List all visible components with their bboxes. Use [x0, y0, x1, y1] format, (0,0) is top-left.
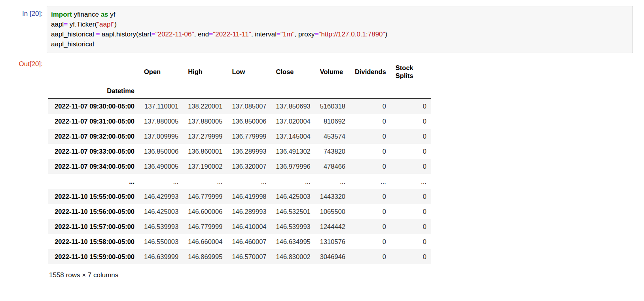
- data-cell: ...: [315, 174, 350, 189]
- data-cell: 1310576: [315, 234, 350, 249]
- data-cell: 0: [391, 114, 431, 129]
- code-operator: =: [209, 30, 213, 38]
- code-operator: =: [315, 30, 319, 38]
- data-cell: 1244442: [315, 219, 350, 234]
- data-cell: 0: [350, 219, 391, 234]
- notebook-page: In [20]: import yfinance as yfaapl= yf.T…: [0, 0, 644, 301]
- data-cell: 0: [350, 249, 391, 264]
- table-row: 2022-11-07 09:32:00-05:00137.009995137.2…: [48, 129, 431, 144]
- row-index-cell: 2022-11-10 15:59:00-05:00: [48, 249, 139, 264]
- data-cell: 137.085007: [227, 99, 271, 114]
- blank-header-cell: [183, 83, 227, 99]
- column-header-volume: Volume: [315, 60, 350, 83]
- data-cell: 136.850006: [139, 144, 183, 159]
- data-cell: 146.550003: [139, 234, 183, 249]
- data-cell: 136.490005: [139, 159, 183, 174]
- output-area: OpenHighLowCloseVolumeDividendsStock Spl…: [47, 59, 644, 279]
- code-string: "aapl": [97, 21, 114, 28]
- row-index-cell: 2022-11-10 15:55:00-05:00: [48, 189, 139, 204]
- code-line: aapl_historical: [51, 39, 630, 49]
- dataframe-header: OpenHighLowCloseVolumeDividendsStock Spl…: [48, 60, 431, 99]
- corner-cell: [48, 60, 139, 83]
- code-cell: In [20]: import yfinance as yfaapl= yf.T…: [0, 6, 644, 53]
- data-cell: 0: [391, 234, 431, 249]
- code-text: , end: [194, 30, 209, 38]
- code-operator: =: [64, 21, 68, 28]
- data-cell: 146.869995: [183, 249, 227, 264]
- row-index-cell: 2022-11-07 09:34:00-05:00: [48, 159, 139, 174]
- data-cell: 146.410004: [227, 219, 271, 234]
- code-line: import yfinance as yf: [51, 10, 630, 19]
- code-string: "1m": [280, 30, 295, 38]
- code-text: ): [114, 21, 117, 28]
- data-cell: 137.880005: [183, 114, 227, 129]
- data-cell: 146.634995: [271, 234, 315, 249]
- data-cell: 0: [391, 189, 431, 204]
- data-cell: 5160318: [315, 99, 350, 114]
- table-row: 2022-11-10 15:59:00-05:00146.639999146.8…: [48, 249, 431, 264]
- table-row: 2022-11-10 15:58:00-05:00146.550003146.6…: [48, 234, 431, 249]
- ellipsis-row: ........................: [48, 174, 431, 189]
- data-cell: 137.850693: [271, 99, 315, 114]
- data-cell: 137.190002: [183, 159, 227, 174]
- data-cell: 146.570007: [227, 249, 271, 264]
- data-cell: ...: [350, 174, 391, 189]
- blank-header-cell: [139, 83, 183, 99]
- table-row: 2022-11-07 09:30:00-05:00137.110001138.2…: [48, 99, 431, 114]
- data-cell: 146.830002: [271, 249, 315, 264]
- blank-header-cell: [315, 83, 350, 99]
- data-cell: 146.419998: [227, 189, 271, 204]
- code-editor[interactable]: import yfinance as yfaapl= yf.Ticker("aa…: [47, 6, 633, 53]
- row-index-cell: 2022-11-07 09:30:00-05:00: [48, 99, 139, 114]
- column-header-high: High: [183, 60, 227, 83]
- row-index-cell: 2022-11-10 15:57:00-05:00: [48, 219, 139, 234]
- data-cell: 0: [391, 204, 431, 219]
- input-prompt: In [20]:: [0, 6, 47, 18]
- data-cell: 136.779999: [227, 129, 271, 144]
- data-cell: 137.880005: [139, 114, 183, 129]
- code-operator: =: [277, 30, 280, 38]
- data-cell: 0: [391, 249, 431, 264]
- column-header-low: Low: [227, 60, 271, 83]
- data-cell: 1443320: [315, 189, 350, 204]
- row-index-cell: 2022-11-07 09:32:00-05:00: [48, 129, 139, 144]
- data-cell: 137.279999: [183, 129, 227, 144]
- column-header-dividends: Dividends: [350, 60, 391, 83]
- data-cell: 136.491302: [271, 144, 315, 159]
- data-cell: 137.020004: [271, 114, 315, 129]
- data-cell: ...: [391, 174, 431, 189]
- code-keyword: as: [101, 11, 108, 18]
- data-cell: 146.779999: [183, 189, 227, 204]
- table-row: 2022-11-07 09:31:00-05:00137.880005137.8…: [48, 114, 431, 129]
- data-cell: 0: [391, 159, 431, 174]
- code-line: aapl= yf.Ticker("aapl"): [51, 19, 630, 29]
- data-cell: 0: [391, 129, 431, 144]
- code-text: yf: [108, 11, 116, 18]
- data-cell: 146.539993: [139, 219, 183, 234]
- table-row: 2022-11-10 15:57:00-05:00146.539993146.7…: [48, 219, 431, 234]
- data-cell: 146.539993: [271, 219, 315, 234]
- row-index-cell: 2022-11-07 09:31:00-05:00: [48, 114, 139, 129]
- data-cell: 0: [350, 159, 391, 174]
- dataframe-table: OpenHighLowCloseVolumeDividendsStock Spl…: [48, 60, 431, 264]
- code-text: aapl.history(start: [100, 30, 151, 38]
- code-string: "http://127.0.0.1:7890": [319, 30, 385, 38]
- data-cell: 146.425003: [271, 189, 315, 204]
- data-cell: 137.110001: [139, 99, 183, 114]
- data-cell: 3046946: [315, 249, 350, 264]
- output-prompt: Out[20]:: [0, 59, 47, 68]
- data-cell: 146.660004: [183, 234, 227, 249]
- column-header-stock-splits: Stock Splits: [391, 60, 431, 83]
- blank-header-cell: [350, 83, 391, 99]
- data-cell: 146.425003: [139, 204, 183, 219]
- table-row: 2022-11-10 15:55:00-05:00146.429993146.7…: [48, 189, 431, 204]
- blank-header-cell: [227, 83, 271, 99]
- data-cell: ...: [271, 174, 315, 189]
- data-cell: 146.532501: [271, 204, 315, 219]
- data-cell: 743820: [315, 144, 350, 159]
- code-text: aapl_historical: [51, 30, 96, 38]
- data-cell: 138.220001: [183, 99, 227, 114]
- table-row: 2022-11-07 09:33:00-05:00136.850006136.8…: [48, 144, 431, 159]
- data-cell: 146.779999: [183, 219, 227, 234]
- code-text: , proxy: [295, 30, 315, 38]
